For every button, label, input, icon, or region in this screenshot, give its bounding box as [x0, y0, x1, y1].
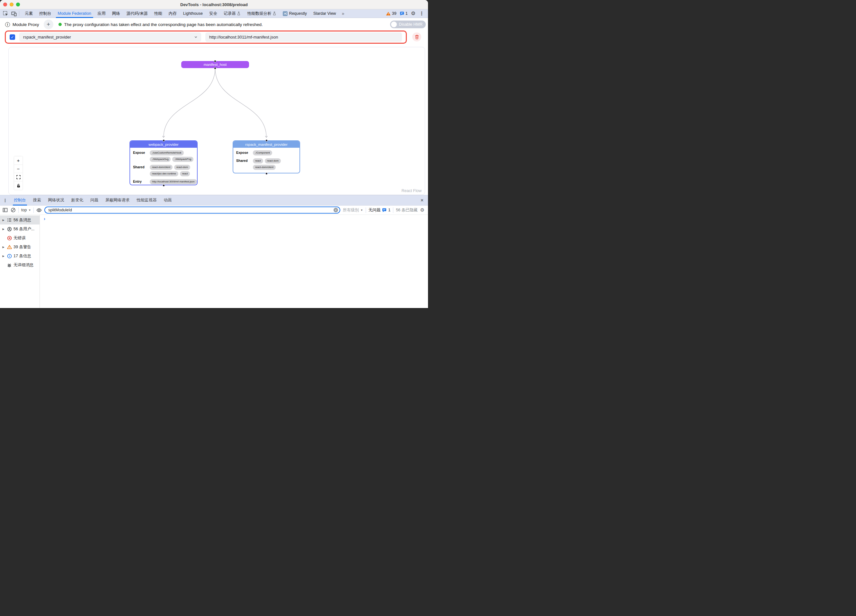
- tab-slardar-view[interactable]: Slardar View: [310, 9, 339, 18]
- console-filter-input[interactable]: ×: [44, 206, 340, 214]
- live-expression-eye-icon[interactable]: [36, 207, 42, 213]
- manifest-url-input[interactable]: http://localhost:3011/mf-manifest.json: [205, 32, 402, 42]
- shared-label: Shared: [133, 165, 147, 176]
- sidebar-item-user-messages[interactable]: ▶ 56 条用户...: [0, 224, 40, 233]
- console-settings-gear-icon[interactable]: ⚙: [420, 207, 426, 213]
- tabbar-right-cluster: 39 1 ⚙ ⋮: [386, 11, 428, 16]
- console-sidebar-toggle-icon[interactable]: [2, 207, 8, 213]
- react-flow-attribution[interactable]: React Flow: [401, 189, 422, 193]
- tab-sources[interactable]: 源代码/来源: [123, 9, 151, 18]
- devtools-menu-icon[interactable]: ⋮: [419, 11, 425, 16]
- tab-memory[interactable]: 内存: [165, 9, 180, 18]
- fit-view-button[interactable]: [14, 173, 23, 181]
- disclosure-triangle-icon[interactable]: ▶: [2, 219, 5, 221]
- chevron-down-icon: [194, 36, 197, 38]
- shared-pill: react/jsx-dev-runtime: [150, 171, 178, 176]
- user-icon: [7, 226, 12, 232]
- tab-recorder[interactable]: 记录器: [220, 9, 244, 18]
- disclosure-triangle-icon[interactable]: ▶: [2, 246, 5, 249]
- lock-icon: [16, 184, 20, 188]
- handle-webpack-bottom[interactable]: [163, 184, 165, 187]
- log-levels-select[interactable]: 所有级别 ▼: [343, 207, 363, 213]
- tab-application[interactable]: 应用: [94, 9, 109, 18]
- clear-filter-icon[interactable]: ×: [334, 208, 338, 212]
- expose-pill: ./WebpackPng: [172, 157, 194, 162]
- module-proxy-header: i Module Proxy + The proxy configuration…: [0, 18, 428, 31]
- tab-console[interactable]: 控制台: [36, 9, 55, 18]
- tab-requestly[interactable]: Requestly: [280, 9, 310, 18]
- node-webpack-provider[interactable]: webpack_provider Expose ./useCustomRemot…: [129, 140, 198, 185]
- shared-pill: react-dom: [174, 165, 190, 170]
- trash-icon: [415, 35, 419, 39]
- close-drawer-button[interactable]: ×: [416, 198, 428, 203]
- zoom-in-button[interactable]: +: [14, 157, 23, 165]
- shared-pill: react: [253, 158, 263, 163]
- disclosure-triangle-icon[interactable]: ▶: [2, 228, 5, 230]
- lock-button[interactable]: [14, 181, 23, 190]
- tab-performance-insights[interactable]: 性能数据分析: [244, 9, 280, 18]
- handle-webpack-top[interactable]: [163, 140, 165, 141]
- sidebar-item-verbose[interactable]: 无详细消息: [0, 260, 40, 269]
- zoom-out-button[interactable]: −: [14, 165, 23, 173]
- drawer-tab-performance-monitor[interactable]: 性能监视器: [133, 195, 160, 206]
- node-title: rspack_manifest_provider: [233, 141, 299, 148]
- sidebar-item-all-messages[interactable]: ▶ 56 条消息: [0, 215, 40, 224]
- drawer-tab-search[interactable]: 搜索: [29, 195, 45, 206]
- module-graph-panel[interactable]: manifest_host webpack_provider Expose ./…: [8, 47, 425, 195]
- drawer-tab-console[interactable]: 控制台: [10, 195, 29, 206]
- sidebar-item-info[interactable]: ▶ 17 条信息: [0, 252, 40, 260]
- chevron-down-icon: ▼: [360, 209, 363, 212]
- expose-pill: ./Component: [253, 150, 272, 155]
- delete-proxy-button[interactable]: [412, 32, 421, 41]
- proxy-enabled-checkbox[interactable]: ✓: [10, 34, 15, 40]
- sidebar-item-warnings[interactable]: ▶ 39 条警告: [0, 243, 40, 252]
- handle-rspack-bottom[interactable]: [265, 172, 268, 175]
- settings-gear-icon[interactable]: ⚙: [411, 11, 416, 16]
- drawer-tab-issues[interactable]: 问题: [87, 195, 102, 206]
- window-title: DevTools - localhost:3008/preload: [0, 2, 428, 7]
- issues-status[interactable]: 无问题 1: [368, 207, 390, 213]
- node-rspack-manifest-provider[interactable]: rspack_manifest_provider Expose ./Compon…: [232, 140, 300, 174]
- drawer-tab-network-blocking[interactable]: 屏蔽网络请求: [102, 195, 133, 206]
- add-proxy-button[interactable]: +: [44, 20, 53, 29]
- more-tabs-button[interactable]: »: [339, 11, 347, 16]
- tab-module-federation[interactable]: Module Federation: [55, 9, 94, 18]
- context-selector[interactable]: top ▼: [21, 208, 31, 212]
- disable-hmr-toggle[interactable]: Disable HMR: [390, 20, 426, 28]
- tab-security[interactable]: 安全: [206, 9, 220, 18]
- handle-rspack-top[interactable]: [265, 140, 268, 141]
- tab-lighthouse[interactable]: Lighthouse: [180, 9, 206, 18]
- handle-host-top[interactable]: [214, 60, 216, 62]
- clear-console-icon[interactable]: [10, 207, 16, 213]
- message-bubble-icon: [382, 208, 386, 212]
- expose-pill: ./WebpackSvg: [150, 157, 171, 162]
- console-output[interactable]: ›: [40, 215, 428, 308]
- drawer-tab-network-conditions[interactable]: 网络状况: [45, 195, 68, 206]
- node-title: manifest_host: [204, 63, 227, 66]
- drawer-tab-changes[interactable]: 新变化: [68, 195, 87, 206]
- tab-network[interactable]: 网络: [109, 9, 123, 18]
- tab-elements[interactable]: 元素: [22, 9, 36, 18]
- expose-pill: ./useCustomRemoteHook: [150, 150, 184, 155]
- entry-pill: http://localhost:3009/mf-manifest.json: [150, 179, 197, 184]
- hidden-messages-count: 56 条已隐藏: [396, 207, 417, 213]
- drawer-tab-animations[interactable]: 动画: [160, 195, 176, 206]
- titlebar: DevTools - localhost:3008/preload: [0, 0, 428, 9]
- warnings-badge[interactable]: 39: [386, 11, 397, 16]
- filter-text[interactable]: [48, 208, 333, 212]
- drawer-menu-icon[interactable]: ⋮: [0, 198, 10, 203]
- tab-performance[interactable]: 性能: [151, 9, 165, 18]
- device-toolbar-icon[interactable]: [11, 11, 17, 16]
- issues-badge[interactable]: 1: [400, 11, 408, 16]
- inspect-element-icon[interactable]: [3, 11, 8, 16]
- status-dot: [59, 23, 62, 26]
- requestly-icon: [283, 11, 288, 16]
- warning-icon: [7, 244, 12, 250]
- expose-label: Expose: [236, 150, 250, 155]
- provider-select[interactable]: rspack_manifest_provider: [19, 32, 201, 42]
- disclosure-triangle-icon[interactable]: ▶: [2, 255, 5, 258]
- shared-label: Shared: [236, 158, 250, 170]
- handle-host-bottom[interactable]: [214, 67, 216, 69]
- warning-triangle-icon: [386, 12, 391, 16]
- sidebar-item-errors[interactable]: 无错误: [0, 233, 40, 243]
